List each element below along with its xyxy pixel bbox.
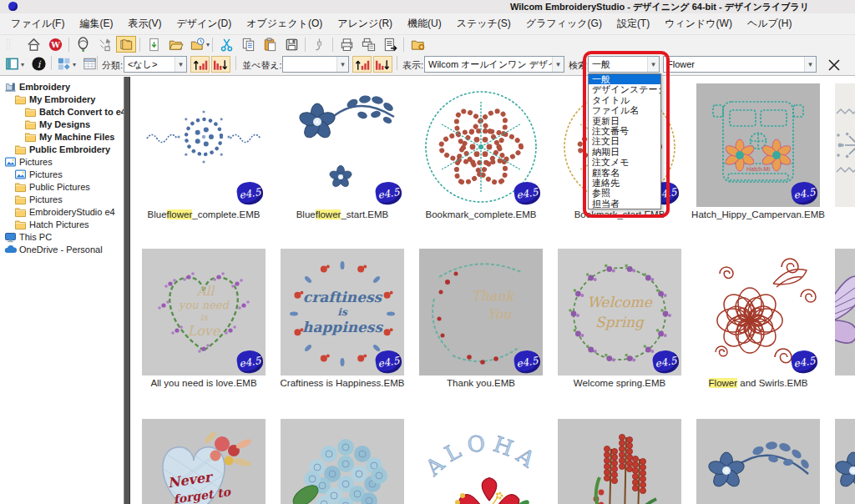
tree-item[interactable]: This PC [0,230,124,243]
chevron-down-icon[interactable]: ▾ [206,41,210,48]
sort-descending-icon[interactable] [373,56,392,73]
chevron-down-icon[interactable]: ▾ [21,61,24,68]
balloon-icon[interactable] [73,36,93,53]
design-tile[interactable]: e4.5 [281,83,404,207]
folder-icon [24,106,37,118]
details-view-icon[interactable] [82,56,98,75]
tree-item[interactable]: Pictures [0,168,124,180]
filetype-combobox[interactable]: Wilcom オールインワン デザイン (*.EMB)▾ [424,56,564,73]
preview-pane-icon[interactable] [4,56,20,75]
menu-item[interactable]: ヘルプ(H) [740,14,800,33]
menu-item[interactable]: 表示(V) [120,14,169,33]
search-field-option[interactable]: 参照 [589,188,660,198]
search-keyword-combobox[interactable]: Flower▾ [663,56,817,73]
design-tile[interactable] [835,249,855,375]
search-field-option[interactable]: ファイル名 [589,105,660,115]
new-design-icon[interactable] [144,36,164,53]
folder-settings-icon[interactable] [407,36,428,53]
design-tile[interactable] [558,419,681,504]
design-tile[interactable]: ThankYoue4.5 [419,249,543,375]
search-field-option[interactable]: 注文メモ [589,157,660,167]
menu-item[interactable]: オブジェクト(O) [239,14,330,33]
search-field-option[interactable]: タイトル [589,95,660,105]
convert-icon[interactable] [94,36,114,53]
menu-item[interactable]: ファイル(F) [3,14,72,33]
tree-item-label: Embroidery [19,82,70,92]
design-tile[interactable]: Allyou needisLovee4.5 [142,249,266,375]
tree-item[interactable]: OneDrive - Personal [0,243,124,255]
tree-item[interactable]: Pictures [0,155,124,168]
sort-combobox[interactable]: ▾ [282,56,349,73]
sort-ascending-icon[interactable] [352,56,372,73]
menu-item[interactable]: デザイン(D) [169,14,239,33]
menu-item[interactable]: ステッチ(S) [449,14,519,33]
wilcom-icon[interactable]: W [45,36,65,53]
toolbar-separator [68,38,69,52]
thumbnail-view-icon[interactable] [56,56,72,75]
design-tile[interactable]: e4.5 [142,83,266,207]
home-icon[interactable] [23,36,43,53]
save-icon[interactable] [281,36,301,53]
design-tile[interactable] [835,83,855,207]
design-tile[interactable]: ALOHA ! [419,419,543,504]
menu-item[interactable]: 機能(U) [400,14,449,33]
folder-icon [14,194,27,205]
menu-item[interactable]: グラフィック(G) [519,14,610,33]
menu-item[interactable]: 設定(T) [610,14,657,33]
design-tile[interactable]: e4.5 [696,249,820,375]
design-tile[interactable]: craftinessishappinesse4.5 [281,249,404,375]
search-field-option[interactable]: 注文日 [589,136,660,146]
info-icon[interactable]: i [31,56,47,75]
search-field-option[interactable]: 更新日 [589,116,660,126]
tree-item[interactable]: My Machine Files [0,130,124,143]
design-tile[interactable]: e4.5 [419,83,543,207]
menu-item[interactable]: アレンジ(R) [330,14,400,33]
clear-search-icon[interactable] [823,56,845,74]
tree-item[interactable]: Public Embroidery [0,143,124,155]
search-field-option[interactable]: 注文番号 [589,126,660,136]
design-tile[interactable] [835,419,855,504]
design-library-icon[interactable] [116,36,136,53]
design-tile[interactable] [696,419,820,504]
design-tile[interactable]: Neverforget to [142,419,266,504]
pictures-icon [4,156,17,168]
search-field-option[interactable]: 連絡先 [589,178,660,188]
tree-item[interactable]: Hatch Pictures [0,218,124,230]
menu-item[interactable]: 編集(E) [72,14,120,33]
search-field-option[interactable]: 一般 [589,74,660,84]
print-icon[interactable] [336,36,357,53]
tree-item[interactable]: Public Pictures [0,180,124,193]
search-field-option[interactable]: 納期日 [589,147,660,157]
export-doc-icon[interactable] [380,36,400,53]
toolbar-separator [403,38,404,52]
cut-icon[interactable] [216,36,236,53]
menu-item[interactable]: ウィンドウ(W) [657,14,740,33]
panel-splitter-scrollbar[interactable] [124,77,130,504]
sort-ascending-icon[interactable] [190,56,210,73]
category-combobox[interactable]: <なし>▾ [124,56,187,73]
design-tile[interactable] [281,419,404,504]
tree-item[interactable]: Batch Convert to e4.5.1 [0,105,124,118]
open-recent-icon[interactable] [187,36,207,53]
open-design-icon[interactable] [165,36,185,53]
tree-item[interactable]: EmbroideryStudio e4 [0,205,124,218]
chevron-down-icon[interactable]: ▾ [73,61,76,68]
tree-item[interactable]: Embroidery [0,80,124,93]
print-preview-icon[interactable] [358,36,378,53]
tree-item[interactable]: My Designs [0,118,124,130]
search-field-combobox[interactable]: 一般▾ [588,56,660,73]
paste-icon[interactable] [260,36,280,53]
design-tile[interactable]: WelcomeSpringe4.5 [558,249,681,375]
tree-item[interactable]: Pictures [0,193,124,205]
sort-descending-icon[interactable] [211,56,230,73]
design-filename: Thank you.EMB [411,378,551,388]
design-tile[interactable]: Hatch-Mie4.5 [696,83,820,207]
toolbar-separator [332,38,333,52]
tree-item-label: EmbroideryStudio e4 [29,207,115,217]
search-field-option[interactable]: 担当者 [589,199,660,209]
tree-item[interactable]: My Embroidery [0,93,124,105]
machine-connect-icon[interactable] [309,36,329,53]
search-field-option[interactable]: デザインステータス [589,84,660,94]
search-field-option[interactable]: 顧客名 [589,168,660,178]
copy-icon[interactable] [238,36,258,53]
